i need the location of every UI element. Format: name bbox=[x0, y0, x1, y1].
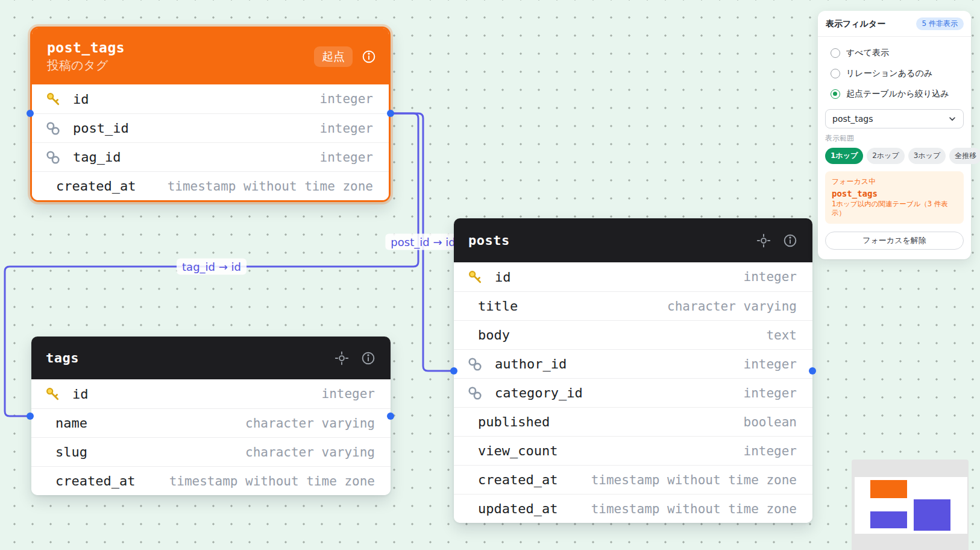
focus-detail-text: 1ホップ以内の関連テーブル（3 件表示） bbox=[832, 200, 957, 218]
connection-handle-post-tags-right[interactable] bbox=[387, 110, 394, 117]
column-name: id bbox=[72, 387, 89, 402]
column-row[interactable]: post_id integer bbox=[32, 113, 389, 142]
column-name: created_at bbox=[56, 179, 136, 194]
table-logical-name: 投稿のタグ bbox=[47, 57, 125, 74]
clear-focus-button[interactable]: フォーカスを解除 bbox=[825, 232, 964, 250]
column-type: timestamp without time zone bbox=[168, 179, 373, 194]
connection-handle-posts-left[interactable] bbox=[450, 367, 457, 375]
table-header-post-tags[interactable]: post_tags 投稿のタグ 起点 bbox=[32, 28, 389, 84]
connection-handle-post-tags-left[interactable] bbox=[27, 110, 34, 117]
radio-label: すべて表示 bbox=[846, 48, 889, 58]
table-name: post_tags bbox=[47, 40, 125, 55]
table-header-tags[interactable]: tags bbox=[31, 337, 391, 379]
radio-circle-selected[interactable] bbox=[831, 89, 840, 99]
column-row[interactable]: created_at timestamp without time zone bbox=[31, 466, 391, 495]
info-icon[interactable] bbox=[361, 49, 377, 65]
column-row[interactable]: id integer bbox=[31, 379, 391, 408]
primary-key-icon bbox=[467, 269, 483, 285]
primary-key-icon bbox=[45, 386, 60, 402]
radio-circle[interactable] bbox=[831, 69, 840, 78]
table-post-tags[interactable]: post_tags 投稿のタグ 起点 id integer post_id in… bbox=[30, 27, 391, 202]
origin-table-select[interactable]: post_tags bbox=[825, 109, 964, 128]
radio-label: 起点テーブルから絞り込み bbox=[846, 89, 949, 100]
radio-relations-only[interactable]: リレーションあるのみ bbox=[825, 63, 964, 84]
info-icon[interactable] bbox=[360, 350, 376, 366]
hop-3-button[interactable]: 3ホップ bbox=[908, 148, 946, 164]
table-name: posts bbox=[468, 233, 510, 248]
column-type: character varying bbox=[245, 445, 375, 460]
column-type: boolean bbox=[743, 415, 797, 429]
column-name: created_at bbox=[478, 472, 558, 487]
table-header-posts[interactable]: posts bbox=[454, 218, 812, 262]
column-row[interactable]: view_count integer bbox=[454, 436, 812, 465]
column-type: timestamp without time zone bbox=[591, 473, 797, 487]
column-row[interactable]: title character varying bbox=[454, 291, 812, 320]
select-value: post_tags bbox=[832, 114, 873, 124]
column-row[interactable]: name character varying bbox=[31, 408, 391, 437]
column-type: text bbox=[766, 328, 797, 343]
minimap-node-post-tags[interactable] bbox=[870, 480, 907, 498]
column-row[interactable]: body text bbox=[454, 320, 812, 349]
radio-show-all[interactable]: すべて表示 bbox=[825, 43, 964, 63]
column-name: id bbox=[73, 92, 89, 107]
focus-crosshair-icon[interactable] bbox=[756, 233, 771, 248]
column-type: timestamp without time zone bbox=[591, 502, 797, 516]
column-name: tag_id bbox=[73, 150, 121, 165]
range-label: 表示範囲 bbox=[825, 133, 964, 144]
column-row[interactable]: updated_at timestamp without time zone bbox=[454, 494, 812, 523]
foreign-key-link-icon bbox=[467, 356, 483, 372]
column-type: integer bbox=[321, 387, 375, 401]
table-tags[interactable]: tags id integer name character varying bbox=[31, 337, 391, 495]
erd-canvas[interactable]: post_id → id tag_id → id post_tags 投稿のタグ… bbox=[0, 0, 980, 550]
column-type: integer bbox=[319, 121, 373, 136]
column-row[interactable]: category_id integer bbox=[454, 378, 812, 407]
radio-filter-from-origin[interactable]: 起点テーブルから絞り込み bbox=[825, 84, 964, 104]
focused-table-name: post_tags bbox=[832, 189, 957, 198]
column-row[interactable]: id integer bbox=[454, 262, 812, 291]
column-row[interactable]: slug character varying bbox=[31, 437, 391, 466]
table-posts[interactable]: posts id integer title character varying bbox=[454, 218, 812, 523]
origin-badge: 起点 bbox=[314, 46, 353, 67]
connection-handle-tags-left[interactable] bbox=[27, 413, 34, 420]
focus-status-box: フォーカス中 post_tags 1ホップ以内の関連テーブル（3 件表示） bbox=[825, 171, 964, 224]
column-name: category_id bbox=[495, 385, 583, 400]
column-row[interactable]: created_at timestamp without time zone bbox=[454, 465, 812, 494]
column-type: integer bbox=[743, 444, 797, 458]
column-type: integer bbox=[319, 150, 373, 165]
column-row[interactable]: tag_id integer bbox=[32, 142, 389, 171]
focus-crosshair-icon[interactable] bbox=[334, 350, 350, 366]
column-type: character varying bbox=[667, 299, 797, 314]
display-filter-panel: 表示フィルター 5 件非表示 すべて表示 リレーションあるのみ 起点テーブルから… bbox=[818, 11, 971, 259]
column-row[interactable]: id integer bbox=[32, 84, 389, 113]
column-name: view_count bbox=[478, 443, 558, 458]
panel-title: 表示フィルター bbox=[826, 19, 885, 30]
minimap[interactable] bbox=[852, 460, 969, 550]
hop-all-button[interactable]: 全推移 bbox=[949, 148, 980, 164]
column-type: integer bbox=[743, 357, 797, 371]
column-name: created_at bbox=[55, 473, 135, 488]
column-type: integer bbox=[743, 386, 797, 400]
column-row[interactable]: author_id integer bbox=[454, 349, 812, 378]
hop-1-button[interactable]: 1ホップ bbox=[825, 148, 863, 164]
hidden-count-badge: 5 件非表示 bbox=[916, 17, 964, 30]
column-name: updated_at bbox=[478, 501, 558, 516]
column-name: id bbox=[495, 270, 511, 285]
column-name: title bbox=[478, 299, 518, 314]
minimap-node-posts[interactable] bbox=[914, 499, 950, 531]
column-type: integer bbox=[319, 92, 373, 106]
chevron-down-icon bbox=[948, 115, 956, 123]
connection-handle-posts-right[interactable] bbox=[809, 367, 816, 375]
column-row[interactable]: published boolean bbox=[454, 407, 812, 436]
radio-circle[interactable] bbox=[831, 48, 840, 58]
column-name: name bbox=[55, 416, 87, 431]
column-row[interactable]: created_at timestamp without time zone bbox=[32, 171, 389, 200]
radio-label: リレーションあるのみ bbox=[846, 68, 932, 79]
edge-label-tag-id: tag_id → id bbox=[177, 259, 247, 275]
table-name: tags bbox=[46, 350, 79, 365]
hop-2-button[interactable]: 2ホップ bbox=[867, 148, 904, 164]
minimap-node-tags[interactable] bbox=[870, 511, 907, 528]
info-icon[interactable] bbox=[782, 233, 798, 248]
connection-handle-tags-right[interactable] bbox=[387, 413, 394, 420]
edge-label-post-id: post_id → id bbox=[385, 234, 460, 250]
column-name: slug bbox=[55, 444, 87, 460]
